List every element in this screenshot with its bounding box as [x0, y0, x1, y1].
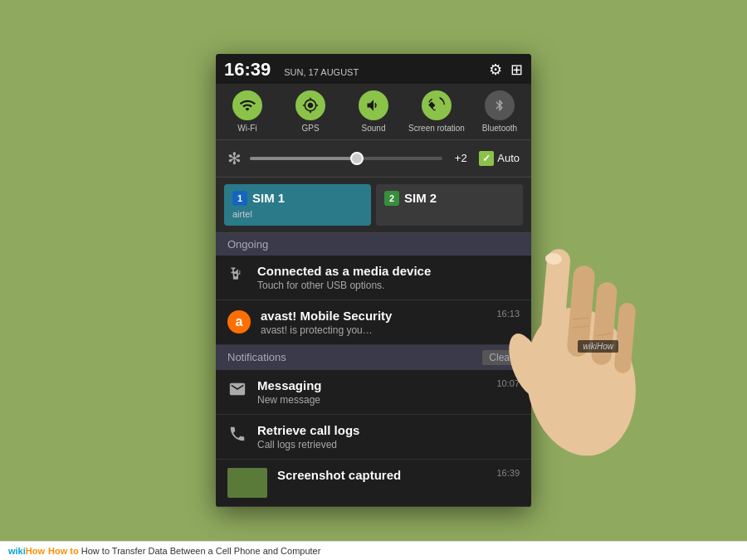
status-time: 16:39: [224, 59, 271, 80]
svg-line-9: [596, 334, 611, 336]
sim2-header: 2 SIM 2: [384, 191, 515, 206]
status-bar: 16:39 SUN, 17 AUGUST ⚙ ⊞: [216, 54, 531, 84]
sim1-carrier: airtel: [232, 209, 363, 219]
wikihow-watermark: wikiHow: [578, 340, 618, 353]
sound-label: Sound: [362, 124, 386, 133]
avast-time: 16:13: [496, 309, 520, 319]
brightness-thumb: [350, 152, 364, 165]
wikihow-bar: wikiHow How to How to Transfer Data Betw…: [0, 541, 747, 560]
sim2-badge: 2: [384, 191, 399, 206]
brightness-row: ✻ +2 ✓ Auto: [216, 140, 531, 178]
toggle-wifi[interactable]: Wi-Fi: [216, 84, 279, 139]
gps-icon: [295, 90, 325, 120]
screenshot-time: 16:39: [496, 468, 520, 478]
settings-icon[interactable]: ⚙: [489, 61, 502, 79]
status-date: SUN, 17 AUGUST: [284, 67, 359, 77]
svg-line-8: [573, 326, 589, 328]
notif-usb[interactable]: Connected as a media device Touch for ot…: [216, 256, 531, 300]
sound-icon: [359, 90, 388, 120]
svg-rect-4: [591, 281, 618, 366]
messaging-subtitle: New message: [257, 394, 486, 406]
bluetooth-label: Bluetooth: [482, 124, 517, 133]
notif-call-logs[interactable]: Retrieve call logs Call logs retrieved: [216, 415, 531, 460]
avast-icon: a: [227, 310, 251, 334]
call-logs-subtitle: Call logs retrieved: [257, 439, 520, 450]
rotation-label: Screen rotation: [408, 124, 465, 133]
auto-label: Auto: [497, 152, 520, 164]
avast-title: avast! Mobile Security: [261, 309, 486, 323]
sim2-card[interactable]: 2 SIM 2: [376, 184, 523, 226]
screenshot-content: Screenshot captured: [277, 468, 486, 482]
brightness-value: +2: [451, 152, 471, 164]
usb-content: Connected as a media device Touch for ot…: [257, 264, 520, 291]
svg-point-6: [544, 252, 562, 265]
phone-log-icon: [227, 425, 247, 447]
ongoing-title: Ongoing: [227, 238, 268, 251]
wifi-label: Wi-Fi: [237, 124, 256, 133]
toggle-gps[interactable]: GPS: [279, 84, 342, 139]
time-section: 16:39 SUN, 17 AUGUST: [224, 59, 359, 80]
toggle-screen-rotation[interactable]: Screen rotation: [405, 84, 468, 139]
call-logs-content: Retrieve call logs Call logs retrieved: [257, 423, 520, 450]
avast-content: avast! Mobile Security avast! is protect…: [261, 309, 486, 336]
toggle-bluetooth[interactable]: Bluetooth: [468, 84, 531, 139]
sim1-header: 1 SIM 1: [232, 191, 363, 206]
toggle-sound[interactable]: Sound: [342, 84, 405, 139]
grid-icon[interactable]: ⊞: [510, 61, 523, 79]
screenshot-title: Screenshot captured: [277, 468, 486, 482]
clear-button[interactable]: Clear: [482, 350, 520, 365]
sim1-card[interactable]: 1 SIM 1 airtel: [224, 184, 371, 226]
messaging-content: Messaging New message: [257, 378, 486, 406]
messaging-title: Messaging: [257, 378, 486, 392]
sim1-name: SIM 1: [252, 191, 285, 205]
sim1-badge: 1: [232, 191, 247, 206]
phone-container: 16:39 SUN, 17 AUGUST ⚙ ⊞ Wi-Fi GPS: [216, 54, 531, 507]
gps-label: GPS: [301, 124, 319, 133]
svg-point-0: [515, 299, 647, 465]
notif-avast[interactable]: a avast! Mobile Security avast! is prote…: [216, 300, 531, 345]
brightness-icon: ✻: [227, 149, 242, 168]
avast-subtitle: avast! is protecting you…: [261, 324, 486, 336]
wikihow-logo: wikiHow: [8, 546, 45, 556]
messaging-time: 10:07: [496, 378, 520, 388]
notif-screenshot[interactable]: Screenshot captured 16:39: [216, 460, 531, 507]
checkbox-check: ✓: [482, 153, 491, 164]
notifications-header: Notifications Clear: [216, 345, 531, 370]
sim-row: 1 SIM 1 airtel 2 SIM 2: [216, 178, 531, 233]
sim2-name: SIM 2: [404, 191, 437, 205]
ongoing-header: Ongoing: [216, 233, 531, 256]
rotation-icon: [422, 90, 452, 120]
status-icons: ⚙ ⊞: [489, 61, 523, 79]
call-logs-title: Retrieve call logs: [257, 423, 520, 437]
bluetooth-icon: [485, 90, 515, 120]
checkbox-box: ✓: [479, 151, 494, 166]
wifi-icon: [232, 90, 262, 120]
usb-icon: [227, 265, 247, 286]
usb-subtitle: Touch for other USB options.: [257, 280, 520, 291]
svg-line-7: [573, 318, 589, 319]
notifications-title: Notifications: [227, 351, 286, 363]
screenshot-thumb: [227, 468, 267, 498]
quick-toggles-bar: Wi-Fi GPS Sound Scre: [216, 84, 531, 140]
envelope-icon: [227, 380, 247, 402]
wikihow-bar-text: How to How to Transfer Data Between a Ce…: [48, 546, 320, 556]
svg-rect-5: [613, 302, 636, 373]
brightness-slider[interactable]: [250, 157, 442, 160]
usb-title: Connected as a media device: [257, 264, 520, 278]
brightness-track: [250, 157, 356, 160]
notif-messaging[interactable]: Messaging New message 10:07: [216, 370, 531, 415]
auto-checkbox[interactable]: ✓ Auto: [479, 151, 520, 166]
svg-rect-2: [540, 248, 571, 349]
